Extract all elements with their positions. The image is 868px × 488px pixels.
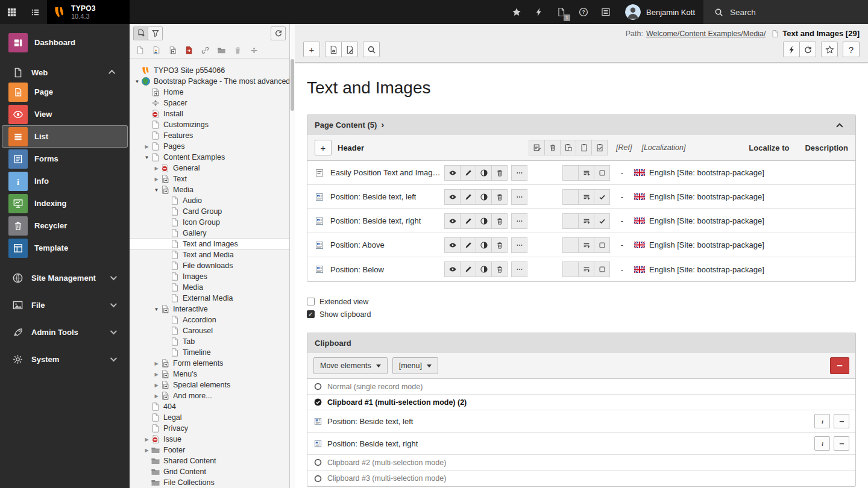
clipboard-mode-row[interactable]: Clipboard #1 (multi-selection mode) (2) [307,395,855,410]
link-drag-icon[interactable] [201,46,210,55]
expander-closed-icon[interactable]: ▶ [143,437,151,442]
tree-node[interactable]: Features [130,130,289,141]
edit-page-button[interactable] [341,42,358,57]
tree-node[interactable]: Media [130,282,289,293]
edit-record-button[interactable] [460,213,476,229]
add-content-button[interactable]: + [315,140,332,155]
hide-record-button[interactable] [476,237,492,253]
view-record-button[interactable] [444,165,461,181]
content-row-title[interactable]: Position: Below [330,265,384,274]
tree-node[interactable]: ▼Media [130,184,289,195]
hide-record-button[interactable] [476,213,492,229]
bookmarks-button[interactable] [505,0,527,24]
tree-node[interactable]: Text and Media [130,249,289,260]
tree-node[interactable]: Carousel [130,325,289,336]
content-row-title[interactable]: Position: Above [330,240,385,249]
move-elements-dropdown[interactable]: Move elements [313,357,388,374]
expander-open-icon[interactable]: ▼ [143,155,151,160]
view-record-button[interactable] [444,189,461,205]
tree-node[interactable]: Spacer [130,98,289,108]
expander-closed-icon[interactable]: ▶ [153,166,160,171]
module-section-system[interactable]: System [0,351,130,368]
expander-closed-icon[interactable]: ▶ [153,383,160,388]
radio-icon[interactable] [313,382,322,391]
help-button[interactable]: ? [572,0,594,24]
tree-node[interactable]: Images [130,271,289,282]
select-all-button[interactable] [591,140,608,155]
tree-node[interactable]: Shared Content [130,455,289,466]
hide-record-button[interactable] [476,261,492,277]
tree-node[interactable]: ▶Special elements [130,380,289,390]
module-item-list[interactable]: List [2,125,128,148]
global-search[interactable]: Search [703,0,868,24]
checkbox-icon[interactable] [307,298,315,305]
module-item-indexing[interactable]: Indexing [0,192,130,214]
module-section-file[interactable]: File [0,296,130,313]
more-actions-button[interactable] [511,165,527,181]
item-remove-button[interactable] [834,436,849,451]
select-record-checkbox[interactable] [594,237,610,253]
expander-open-icon[interactable]: ▼ [153,187,160,193]
module-item-forms[interactable]: Forms [0,148,130,170]
clipboard-button[interactable] [576,140,592,155]
more-actions-button[interactable] [511,213,527,229]
modules-toggle-button[interactable] [0,0,24,24]
module-item-view[interactable]: View [0,103,130,125]
module-item-page[interactable]: Page [0,81,130,103]
option-show-clipboard[interactable]: ✓Show clipboard [307,308,856,321]
path-link[interactable]: Welcome/Content Examples/Media/ [646,30,766,38]
tree-node[interactable]: ▼Interactive [130,304,289,314]
folder-drag-icon[interactable] [217,46,226,55]
tree-node[interactable]: Privacy [130,423,289,434]
delete-record-button[interactable] [491,261,508,277]
brand[interactable]: TYPO3 10.4.3 [47,0,130,24]
hide-record-button[interactable] [476,189,492,205]
expander-closed-icon[interactable]: ▶ [143,144,151,149]
item-info-button[interactable]: i [814,414,830,428]
view-record-button[interactable] [444,237,461,253]
clipboard-mode-row[interactable]: Clipboard #2 (multi-selection mode) [307,455,855,471]
module-section-site_management[interactable]: Site Management [0,269,130,286]
expander-closed-icon[interactable]: ▶ [153,393,160,399]
tree-node[interactable]: External Media [130,293,289,304]
item-info-button[interactable]: i [814,436,830,451]
delete-record-button[interactable] [491,189,508,205]
tree-node[interactable]: Home [130,87,289,98]
tree-node[interactable]: ▶Footer [130,445,289,455]
tree-node[interactable]: Icon Group [130,217,289,228]
content-row-title[interactable]: Position: Beside text, right [330,216,421,225]
tree-node[interactable]: Tab [130,336,289,347]
module-item-dashboard[interactable]: Dashboard [0,31,130,54]
tree-node[interactable]: Gallery [130,228,289,239]
page-user-drag-icon[interactable] [152,46,161,55]
select-record-checkbox[interactable] [594,213,610,229]
tree-node[interactable]: ▼Bootstrap Package - The most advanced [130,76,289,87]
page-content-panel-heading[interactable]: Page Content (5) › [307,115,855,135]
tree-node[interactable]: ▶And more... [130,390,289,401]
view-record-button[interactable] [444,213,461,229]
expander-closed-icon[interactable]: ▶ [153,372,160,377]
menu-dropdown[interactable]: [menu] [392,357,438,374]
module-item-info[interactable]: iInfo [0,170,130,192]
clear-page-cache-button[interactable] [783,42,800,57]
tree-node[interactable]: Text and Images [130,239,289,249]
more-actions-button[interactable] [511,237,527,253]
localize-record-button[interactable] [578,213,594,229]
select-record-checkbox[interactable] [594,189,610,205]
edit-record-button[interactable] [460,237,476,253]
tree-node[interactable]: File Collections [130,477,289,488]
module-section-web[interactable]: Web [0,64,130,81]
content-row-title[interactable]: Easily Position Text and Imag… [330,168,441,177]
user-menu[interactable]: Benjamin Kott [617,0,703,24]
tree-node[interactable]: ▼Content Examples [130,152,289,163]
more-actions-button[interactable] [511,189,527,205]
item-remove-button[interactable] [834,414,849,428]
radio-icon[interactable] [313,458,322,467]
content-row-title[interactable]: Position: Beside text, left [330,192,416,201]
tree-node[interactable]: ▶Issue [130,434,289,445]
expander-closed-icon[interactable]: ▶ [143,448,151,453]
select-record-checkbox[interactable] [594,165,610,181]
page-mount-drag-icon[interactable] [184,46,193,55]
localize-record-button[interactable] [578,261,594,277]
tree-refresh-button[interactable] [271,27,286,40]
